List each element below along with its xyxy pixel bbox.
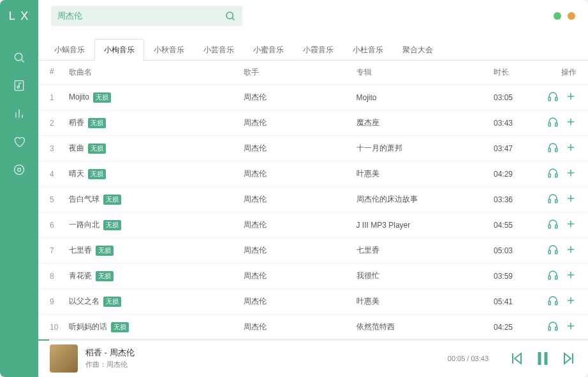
add-button[interactable]: [565, 218, 577, 230]
song-album: 叶惠美: [356, 296, 494, 307]
svg-point-10: [15, 165, 24, 175]
listen-button[interactable]: [547, 295, 559, 306]
window-controls: [554, 12, 575, 20]
song-album: 我很忙: [356, 270, 494, 281]
listen-button[interactable]: [547, 116, 559, 128]
search-nav-icon[interactable]: [13, 51, 26, 64]
song-index: 3: [50, 144, 69, 153]
source-tab[interactable]: 小蜗音乐: [45, 39, 94, 61]
song-list[interactable]: 1Mojito无损周杰伦Mojito03:052稻香无损周杰伦魔杰座03:433…: [38, 85, 588, 339]
svg-marker-55: [515, 353, 521, 364]
add-button[interactable]: [565, 193, 577, 204]
song-duration: 05:41: [494, 297, 532, 306]
listen-button[interactable]: [547, 244, 559, 255]
add-button[interactable]: [565, 91, 577, 102]
svg-rect-24: [555, 174, 557, 177]
song-row[interactable]: 1Mojito无损周杰伦Mojito03:05: [38, 85, 588, 110]
svg-rect-32: [555, 225, 557, 228]
quality-badge: 无损: [103, 297, 121, 307]
song-row[interactable]: 2稻香无损周杰伦魔杰座03:43: [38, 110, 588, 136]
play-pause-button[interactable]: [533, 349, 552, 368]
search-icon[interactable]: [224, 10, 236, 22]
svg-rect-58: [545, 352, 548, 365]
add-button[interactable]: [565, 167, 577, 179]
song-row[interactable]: 8青花瓷无损周杰伦我很忙03:59: [38, 263, 588, 289]
song-name: 一路向北无损: [69, 219, 244, 230]
album-art[interactable]: [50, 344, 78, 373]
song-row[interactable]: 4晴天无损周杰伦叶惠美04:29: [38, 161, 588, 187]
song-artist: 周杰伦: [244, 322, 356, 332]
quality-badge: 无损: [88, 118, 106, 128]
song-row[interactable]: 9以父之名无损周杰伦叶惠美05:41: [38, 289, 588, 314]
source-tab[interactable]: 小杜音乐: [343, 39, 393, 61]
listen-button[interactable]: [547, 269, 559, 281]
next-button[interactable]: [561, 351, 577, 366]
heart-icon[interactable]: [13, 135, 26, 148]
prev-button[interactable]: [509, 351, 524, 366]
progress-fill: [38, 339, 49, 341]
search-input[interactable]: [57, 11, 224, 21]
song-album: 叶惠美: [356, 168, 494, 179]
minimize-button[interactable]: [554, 12, 561, 20]
listen-button[interactable]: [547, 91, 559, 102]
song-artist: 周杰伦: [244, 245, 356, 256]
svg-rect-16: [555, 123, 557, 126]
player-info: 稻香 - 周杰伦 作曲：周杰伦: [85, 347, 440, 369]
song-actions: [532, 193, 577, 206]
song-row[interactable]: 7七里香无损周杰伦七里香05:03: [38, 238, 588, 263]
settings-icon[interactable]: [13, 163, 26, 176]
song-actions: [532, 269, 577, 283]
svg-rect-57: [538, 352, 541, 365]
song-index: 5: [50, 195, 69, 204]
add-button[interactable]: [565, 244, 577, 255]
add-button[interactable]: [565, 269, 577, 281]
quality-badge: 无损: [111, 322, 129, 332]
song-artist: 周杰伦: [244, 296, 356, 307]
quality-badge: 无损: [96, 246, 114, 256]
source-tab[interactable]: 小秋音乐: [144, 39, 194, 61]
song-index: 6: [50, 221, 69, 230]
song-artist: 周杰伦: [244, 143, 356, 154]
logo: L X: [9, 0, 29, 32]
song-actions: [532, 295, 577, 308]
song-duration: 04:55: [494, 221, 532, 230]
player-bar: 稻香 - 周杰伦 作曲：周杰伦 00:05 / 03:43: [38, 339, 588, 377]
song-album: 周杰伦的床边故事: [356, 194, 494, 205]
listen-button[interactable]: [547, 218, 559, 230]
song-row[interactable]: 5告白气球无损周杰伦周杰伦的床边故事03:36: [38, 187, 588, 212]
col-artist-header: 歌手: [244, 67, 356, 78]
source-tab[interactable]: 聚合大会: [393, 39, 443, 61]
progress-track[interactable]: [38, 339, 588, 341]
listen-button[interactable]: [547, 142, 559, 153]
source-tab[interactable]: 小枸音乐: [94, 39, 144, 61]
source-tab[interactable]: 小蜜音乐: [244, 39, 293, 61]
listen-button[interactable]: [547, 193, 559, 204]
svg-rect-48: [555, 327, 557, 330]
add-button[interactable]: [565, 116, 577, 128]
song-row[interactable]: 10听妈妈的话无损周杰伦依然范特西04:25: [38, 314, 588, 339]
add-button[interactable]: [565, 320, 577, 332]
song-album: Mojito: [356, 93, 494, 102]
music-file-icon[interactable]: [13, 79, 26, 92]
add-button[interactable]: [565, 142, 577, 153]
quality-badge: 无损: [103, 220, 121, 230]
header: [38, 0, 588, 32]
add-button[interactable]: [565, 295, 577, 306]
listen-button[interactable]: [547, 320, 559, 332]
listen-button[interactable]: [547, 167, 559, 179]
source-tab[interactable]: 小霞音乐: [293, 39, 343, 61]
svg-line-1: [232, 18, 234, 20]
chart-icon[interactable]: [13, 107, 26, 120]
song-index: 8: [50, 272, 69, 281]
quality-badge: 无损: [103, 195, 121, 205]
close-button[interactable]: [568, 12, 575, 20]
source-tab[interactable]: 小芸音乐: [194, 39, 244, 61]
search-box[interactable]: [51, 6, 242, 26]
svg-point-2: [15, 53, 22, 61]
song-name: 告白气球无损: [69, 194, 244, 205]
content-area: 小蜗音乐小枸音乐小秋音乐小芸音乐小蜜音乐小霞音乐小杜音乐聚合大会 # 歌曲名 歌…: [38, 32, 588, 377]
song-artist: 周杰伦: [244, 219, 356, 230]
song-row[interactable]: 6一路向北无损周杰伦J III MP3 Player04:55: [38, 212, 588, 238]
svg-rect-39: [548, 276, 550, 279]
song-row[interactable]: 3夜曲无损周杰伦十一月的萧邦03:47: [38, 136, 588, 161]
